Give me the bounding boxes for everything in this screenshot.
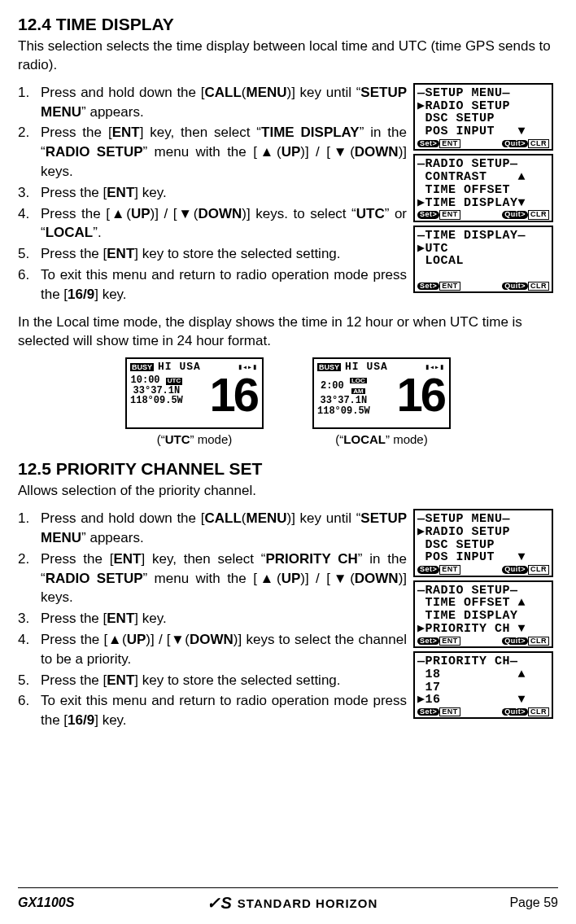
- lcd-setup-menu: —SETUP MENU— ▶RADIO SETUP DSC SETUP POS …: [413, 83, 553, 151]
- section-12-5-steps: 1.Press and hold down the [CALL(MENU)] k…: [18, 509, 407, 730]
- lcd-setup-menu-2: —SETUP MENU— ▶RADIO SETUP DSC SETUP POS …: [413, 509, 553, 576]
- model-label: GX1100S: [18, 896, 74, 910]
- lcd-radio-setup-2: —RADIO SETUP— TIME OFFSET ▲ TIME DISPLAY…: [413, 580, 553, 648]
- section-12-5-intro: Allows selection of the priority channel…: [18, 482, 558, 501]
- lcd-time-display: —TIME DISPLAY— ▶UTC LOCAL Set>ENT Quit>C…: [413, 226, 553, 293]
- section-12-4-title: 12.4 TIME DISPLAY: [18, 15, 558, 34]
- section-12-4-note: In the Local time mode, the display show…: [18, 313, 558, 352]
- channel-display-local: BUSY HI USA ▮◂▸▮ 2:00 LOCAM 33°37.1N 118…: [312, 357, 451, 429]
- lcd-radio-setup: —RADIO SETUP— CONTRAST ▲ TIME OFFSET ▶TI…: [413, 154, 553, 221]
- channel-display-utc: BUSY HI USA ▮◂▸▮ 10:00 UTC 33°37.1N 118°…: [125, 357, 264, 429]
- logo-icon: ✓S: [207, 893, 233, 913]
- section-12-5-title: 12.5 PRIORITY CHANNEL SET: [18, 459, 558, 479]
- lcd-priority-ch: —PRIORITY CH— 18 ▲ 17 ▶16 ▼ Set>ENT Quit…: [413, 651, 553, 719]
- section-12-4-steps: 1.Press and hold down the [CALL(MENU)] k…: [18, 83, 407, 304]
- brand-logo: ✓S STANDARD HORIZON: [207, 893, 378, 913]
- section-12-4-intro: This selection selects the time display …: [18, 37, 558, 75]
- page-number: Page 59: [509, 896, 558, 910]
- page-footer: GX1100S ✓S STANDARD HORIZON Page 59: [18, 887, 558, 913]
